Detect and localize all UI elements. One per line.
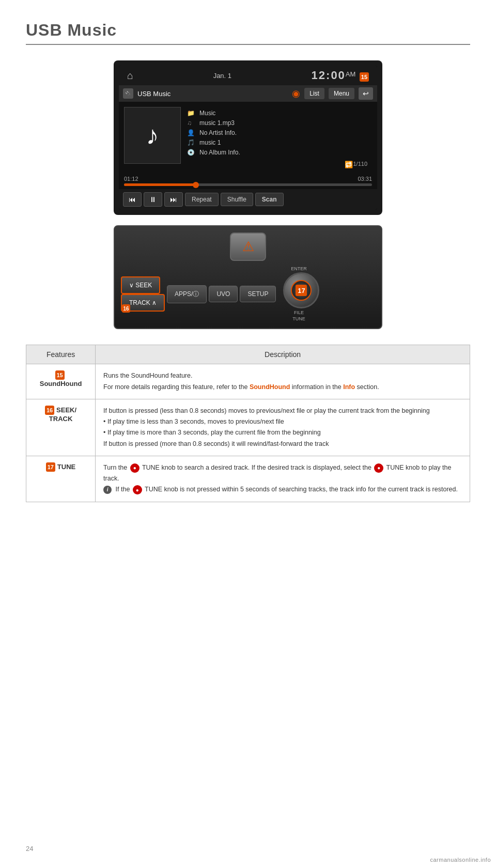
progress-thumb[interactable] <box>193 182 199 188</box>
badge-16: 16 <box>122 304 130 313</box>
desc-seek-track: If button is pressed (less than 0.8 seco… <box>96 399 470 456</box>
table-row: 15SoundHound Runs the SoundHound feature… <box>26 364 470 399</box>
date-display: Jan. 1 <box>213 72 231 80</box>
badge-17-table: 17 <box>46 462 55 472</box>
track-album: No Album Info. <box>199 149 240 156</box>
title-divider <box>26 44 470 45</box>
page-number: 24 <box>26 845 33 853</box>
time-total: 03:31 <box>358 176 372 182</box>
track-folder-row: 📁 Music <box>187 110 372 117</box>
scan-button[interactable]: Scan <box>255 193 284 206</box>
file-icon: ♫ <box>187 119 195 127</box>
pause-button[interactable]: ⏸ <box>144 192 162 207</box>
prev-button[interactable]: ⏮ <box>123 192 142 207</box>
table-row: 17TUNE Turn the ● TUNE knob to search a … <box>26 456 470 502</box>
table-row: 16SEEK/TRACK If button is pressed (less … <box>26 399 470 456</box>
col-description: Description <box>96 345 470 364</box>
track-title: music 1 <box>199 139 221 146</box>
track-artist: No Artist Info. <box>199 129 237 136</box>
desc-soundhound: Runs the SoundHound feature. For more de… <box>96 364 470 399</box>
badge-16-table: 16 <box>45 406 54 415</box>
col-features: Features <box>26 345 96 364</box>
next-button[interactable]: ⏭ <box>164 192 183 207</box>
time-current: 01:12 <box>124 176 138 182</box>
tune-knob[interactable]: 17 <box>283 272 319 308</box>
usb-music-label: USB Music <box>137 90 288 98</box>
file-tune-label: FILETUNE <box>292 310 305 322</box>
track-filename-row: ♫ music 1.mp3 <box>187 119 372 127</box>
track-title-row: 🎵 music 1 <box>187 139 372 146</box>
feature-soundhound: 15SoundHound <box>26 364 96 399</box>
head-unit-buttons: ∨ SEEK TRACK ∧ 16 APPS/ⓘ UVO SETUP ENTER… <box>121 266 375 322</box>
folder-icon: 📁 <box>187 110 195 117</box>
progress-bar[interactable] <box>124 183 372 186</box>
artist-icon: 👤 <box>187 129 195 136</box>
feature-seek-track: 16SEEK/TRACK <box>26 399 96 456</box>
badge-15-table: 15 <box>55 370 65 380</box>
signal-icon: ◉ <box>292 88 300 99</box>
repeat-shuffle-icon: 🔁 <box>345 161 353 168</box>
watermark: carmanualsonline.info <box>430 857 491 863</box>
status-bar: ⌂ Jan. 1 12:00AM 15 <box>119 66 377 85</box>
title-icon: 🎵 <box>187 139 195 146</box>
usb-icon: 🔌 <box>123 88 133 99</box>
feature-tune: 17TUNE <box>26 456 96 502</box>
repeat-button[interactable]: Repeat <box>185 193 219 206</box>
track-info: 📁 Music ♫ music 1.mp3 👤 No Artist Info. … <box>187 107 372 168</box>
apps-button[interactable]: APPS/ⓘ <box>167 285 207 303</box>
page-title: USB Music <box>26 21 470 40</box>
track-counter: 1/110 <box>353 161 370 168</box>
playback-controls: ⏮ ⏸ ⏭ Repeat Shuffle Scan <box>119 189 377 210</box>
music-note-icon: ♪ <box>146 120 159 150</box>
head-unit-top: ⚠ <box>121 233 375 261</box>
nav-bar: 🔌 USB Music ◉ List Menu ↩ <box>119 85 377 102</box>
badge-17: 17 <box>296 285 307 296</box>
track-filename: music 1.mp3 <box>199 119 235 127</box>
track-artist-row: 👤 No Artist Info. <box>187 129 372 136</box>
track-album-row: 💿 No Album Info. <box>187 149 372 156</box>
shuffle-button[interactable]: Shuffle <box>221 193 253 206</box>
desc-tune: Turn the ● TUNE knob to search a desired… <box>96 456 470 502</box>
features-table: Features Description 15SoundHound Runs t… <box>26 345 470 502</box>
time-display: 12:00 <box>312 69 346 82</box>
player-area: ♪ 📁 Music ♫ music 1.mp3 👤 No Artist Info… <box>119 102 377 174</box>
head-unit: ⚠ ∨ SEEK TRACK ∧ 16 APPS/ⓘ UVO SETUP ENT… <box>114 225 382 329</box>
setup-button[interactable]: SETUP <box>240 286 276 302</box>
menu-button[interactable]: Menu <box>329 88 354 99</box>
album-art: ♪ <box>124 107 181 164</box>
uvd-button[interactable]: UVO <box>209 286 238 302</box>
progress-section: 01:12 03:31 <box>119 174 377 189</box>
warning-icon: ⚠ <box>242 239 254 255</box>
progress-fill <box>124 183 198 186</box>
seek-button[interactable]: ∨ SEEK <box>121 276 160 294</box>
badge-15-status: 15 <box>360 72 369 82</box>
album-icon: 💿 <box>187 149 195 156</box>
warning-button[interactable]: ⚠ <box>230 233 266 261</box>
screen-mockup: ⌂ Jan. 1 12:00AM 15 🔌 USB Music ◉ List M… <box>114 60 382 215</box>
am-pm: AM <box>346 70 356 78</box>
home-icon[interactable]: ⌂ <box>127 70 133 82</box>
back-button[interactable]: ↩ <box>359 87 373 100</box>
list-button[interactable]: List <box>304 88 324 99</box>
enter-label: ENTER <box>291 266 307 271</box>
track-folder: Music <box>199 110 215 117</box>
